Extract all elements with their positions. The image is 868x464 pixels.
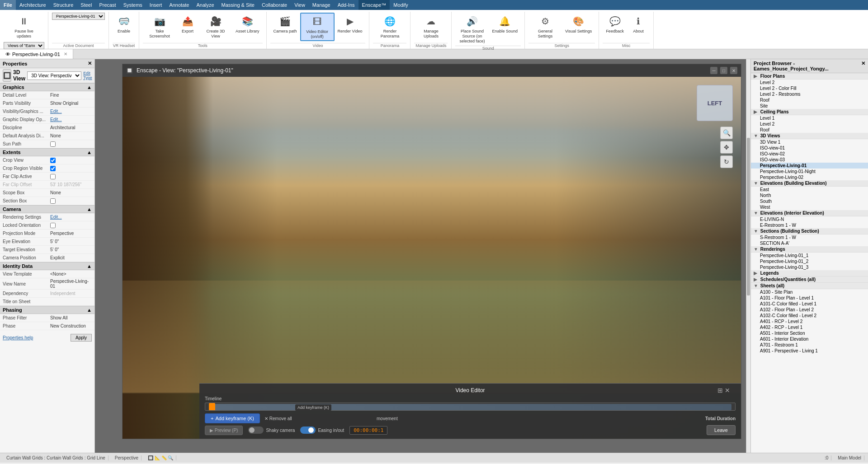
tree-section-sections[interactable]: ▼ Sections (Building Section) [751, 228, 868, 234]
ve-restore-icon[interactable]: ⊞ [717, 387, 723, 394]
menu-manage[interactable]: Manage [309, 0, 334, 10]
tree-item-level2-restrooms[interactable]: Level 2 - Restrooms [751, 91, 868, 97]
edit-type-link[interactable]: Edit Type [83, 71, 92, 80]
menu-enscape[interactable]: Enscape™ [359, 0, 390, 10]
tree-item-west[interactable]: West [751, 204, 868, 210]
navigation-cube[interactable]: LEFT [697, 85, 733, 121]
render-video-btn[interactable]: ▶ Render Video [335, 13, 366, 35]
menu-precast[interactable]: Precast [95, 0, 119, 10]
timeline-bar[interactable] [205, 403, 736, 411]
rendering-settings-link[interactable]: Edit... [50, 215, 62, 220]
tree-item-roof[interactable]: Roof [751, 97, 868, 103]
tree-item-section-a-a[interactable]: SECTION A-A' [751, 240, 868, 246]
tree-item-persp-living-01[interactable]: Perspective-Living-01 [751, 163, 868, 169]
menu-annotate[interactable]: Annotate [165, 0, 193, 10]
enscape-viewport[interactable]: LEFT 🔍 ✥ ↻ Video Editor ⊞ ✕ [123, 77, 741, 439]
enable-sound-btn[interactable]: 🔔 Enable Sound [489, 13, 521, 35]
project-browser-close[interactable]: ✕ [861, 61, 865, 71]
menu-systems[interactable]: Systems [120, 0, 146, 10]
add-keyframe-btn[interactable]: + Add keyframe (K) [205, 413, 260, 423]
leave-btn[interactable]: Leave [707, 425, 736, 435]
viewport-scrollbar[interactable] [746, 59, 750, 453]
properties-close-icon[interactable]: ✕ [88, 61, 92, 66]
tree-item-render-2[interactable]: Perspective-Living-01_2 [751, 258, 868, 264]
tree-item-south[interactable]: South [751, 198, 868, 204]
tree-item-e-restroom[interactable]: E-Restroom 1 - W [751, 222, 868, 228]
tree-section-schedules[interactable]: ▶ Schedules/Quantities (all) [751, 277, 868, 283]
tree-item-ceil-level1[interactable]: Level 1 [751, 115, 868, 121]
render-panorama-btn[interactable]: 🌐 Render Panorama [373, 13, 406, 40]
pan-btn[interactable]: ✥ [720, 141, 733, 154]
apply-btn[interactable]: Apply [71, 334, 92, 342]
vis-graphics-link[interactable]: Edit... [50, 109, 62, 114]
enable-vr-btn[interactable]: 🥽 Enable [113, 13, 135, 35]
tree-item-level2-color[interactable]: Level 2 - Color Fill [751, 85, 868, 91]
preview-btn[interactable]: ▶ Preview (P) [205, 426, 243, 435]
graphic-display-link[interactable]: Edit... [50, 117, 62, 122]
view-tab-perspective-living-01[interactable]: 👁 Perspective-Living-01 ✕ [0, 49, 73, 59]
extents-section-header[interactable]: Extents ▲ [0, 148, 94, 156]
timeline-playhead[interactable] [209, 403, 215, 411]
tree-section-floorplans[interactable]: ▶ Floor Plans [751, 73, 868, 80]
tree-section-legends[interactable]: ▶ Legends [751, 270, 868, 277]
tree-item-ceil-roof[interactable]: Roof [751, 127, 868, 133]
menu-structure[interactable]: Structure [50, 0, 77, 10]
menu-collaborate[interactable]: Collaborate [258, 0, 291, 10]
tree-item-e-living-n[interactable]: E-LIVING-N [751, 216, 868, 222]
place-sound-btn[interactable]: 🔊 Place Sound Source (on selected face) [455, 13, 489, 45]
general-settings-btn[interactable]: ⚙ General Settings [528, 13, 562, 40]
active-document-selector[interactable]: Views of "Eames_House_Proje..." [4, 42, 44, 49]
tree-item-a101c[interactable]: A101-C Color filled - Level 1 [751, 301, 868, 307]
tree-section-3d-views[interactable]: ▼ 3D Views [751, 133, 868, 139]
graphics-section-header[interactable]: Graphics ▲ [0, 83, 94, 91]
tree-section-sheets[interactable]: ▼ Sheets (all) [751, 283, 868, 289]
menu-analyze[interactable]: Analyze [193, 0, 217, 10]
about-btn[interactable]: ℹ About [627, 13, 650, 35]
video-editor-btn[interactable]: 🎞 Video Editor (on/off) [300, 13, 335, 41]
view-tab-close[interactable]: ✕ [64, 52, 67, 56]
menu-architecture[interactable]: Architecture [16, 0, 50, 10]
tree-item-a101[interactable]: A101 - Floor Plan - Level 1 [751, 295, 868, 301]
minimize-btn[interactable]: ─ [710, 67, 717, 74]
tree-item-a102[interactable]: A102 - Floor Plan - Level 2 [751, 307, 868, 313]
menu-insert[interactable]: Insert [146, 0, 166, 10]
tree-item-level2[interactable]: Level 2 [751, 80, 868, 85]
crop-region-checkbox[interactable] [50, 166, 56, 171]
menu-file[interactable]: File [0, 0, 16, 10]
create-3d-view-btn[interactable]: 🎥 Create 3D View [199, 13, 232, 40]
tree-item-north[interactable]: North [751, 192, 868, 198]
tree-item-east[interactable]: East [751, 187, 868, 192]
tree-item-a100[interactable]: A100 - Site Plan [751, 289, 868, 295]
remove-all-btn[interactable]: ✕ Remove all [264, 416, 292, 421]
menu-view[interactable]: View [291, 0, 309, 10]
easing-toggle[interactable] [300, 427, 316, 434]
sun-path-checkbox[interactable] [50, 141, 56, 147]
menu-modify[interactable]: Modify [390, 0, 411, 10]
tree-item-render-1[interactable]: Perspective-Living-01_1 [751, 253, 868, 258]
crop-view-checkbox[interactable] [50, 158, 56, 163]
zoom-in-btn[interactable]: 🔍 [720, 127, 733, 139]
3d-view-selector[interactable]: 3D View: Perspective-Living- [27, 71, 81, 80]
tree-item-ceil-level2[interactable]: Level 2 [751, 121, 868, 127]
tree-item-a601[interactable]: A601 - Interior Elevation [751, 336, 868, 342]
tree-item-a501[interactable]: A501 - Interior Section [751, 330, 868, 336]
ve-close-icon[interactable]: ✕ [725, 387, 730, 394]
tree-item-a102c[interactable]: A102-C Color filled - Level 2 [751, 313, 868, 319]
locked-orientation-checkbox[interactable] [50, 223, 56, 228]
menu-steel[interactable]: Steel [77, 0, 95, 10]
tree-item-persp-living-01-night[interactable]: Perspective-Living-01-Night [751, 169, 868, 174]
shaky-camera-toggle[interactable] [248, 427, 264, 434]
tree-item-a701[interactable]: A701 - Restroom 1 [751, 342, 868, 348]
menu-addins[interactable]: Add-Ins [334, 0, 359, 10]
asset-library-btn[interactable]: 📚 Asset Library [232, 13, 263, 35]
tree-section-elev-interior[interactable]: ▼ Elevations (Interior Elevation) [751, 210, 868, 216]
tree-section-ceiling[interactable]: ▶ Ceiling Plans [751, 109, 868, 115]
camera-path-btn[interactable]: 🎬 Camera path [270, 13, 300, 35]
tree-item-iso-01[interactable]: ISO-view-01 [751, 145, 868, 151]
close-btn[interactable]: ✕ [730, 67, 737, 74]
menu-massing[interactable]: Massing & Site [218, 0, 258, 10]
tree-section-elev-building[interactable]: ▼ Elevations (Building Elevation) [751, 180, 868, 187]
camera-section-header[interactable]: Camera ▲ [0, 205, 94, 213]
tree-item-iso-03[interactable]: ISO-view-03 [751, 157, 868, 163]
identity-data-section-header[interactable]: Identity Data ▲ [0, 262, 94, 270]
